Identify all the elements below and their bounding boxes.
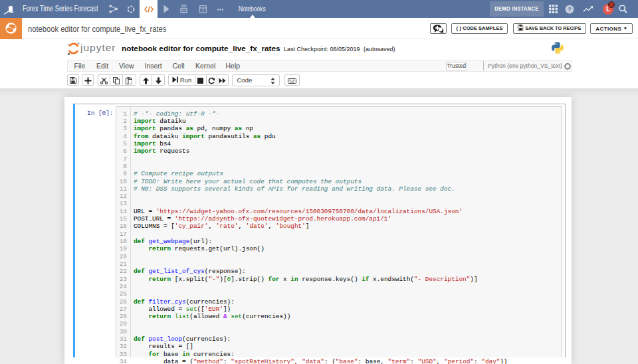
svg-text:?: ?	[568, 6, 572, 13]
